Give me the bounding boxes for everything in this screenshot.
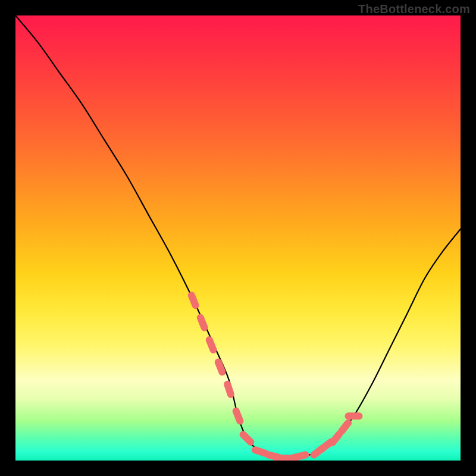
chart-frame: TheBottleneck.com [0,0,476,476]
highlight-marker [209,340,214,350]
watermark-text: TheBottleneck.com [358,2,470,16]
highlight-marker [243,434,251,442]
highlight-marker [227,384,231,394]
highlight-marker [192,295,196,305]
highlight-marker [342,423,348,431]
highlight-marker [218,362,223,372]
highlight-marker [236,411,240,421]
bottleneck-curve [15,15,461,459]
curve-layer [15,15,461,461]
highlight-marker [255,450,265,453]
highlight-marker [333,434,339,443]
highlight-marker [201,318,205,328]
highlight-marker [295,455,305,457]
